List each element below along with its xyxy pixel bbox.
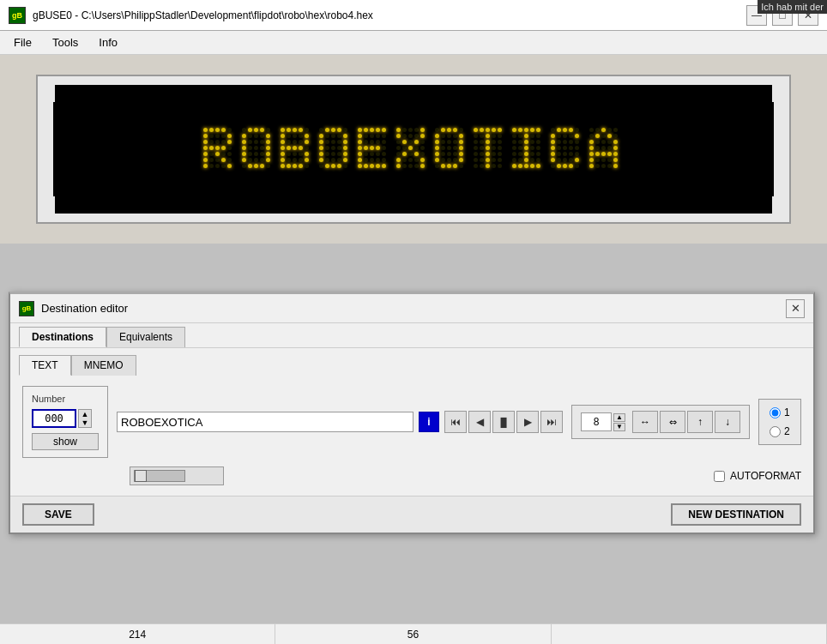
editor-second-row: AUTOFORMAT (22, 466, 801, 485)
text-input-area: i ⏮ ◀ ▐▌ ▶ ⏭ (117, 411, 563, 433)
number-group: Number ▲ ▼ show (22, 386, 108, 458)
save-button[interactable]: SAVE (22, 503, 94, 526)
right-panel: ▲ ▼ ↔ ⇔ ↑ ↓ (571, 405, 750, 439)
dest-editor-title-bar: gB Destination editor ✕ (10, 294, 813, 323)
inner-tabs: TEXT MNEMO (10, 348, 813, 376)
spin-down-button[interactable]: ▼ (613, 423, 625, 431)
radio-item-1: 1 (770, 406, 790, 418)
arrow-buttons: ↔ ⇔ ↑ ↓ (632, 411, 740, 433)
dest-editor-title: Destination editor (41, 302, 128, 315)
action-row: SAVE NEW DESTINATION (10, 496, 813, 533)
number-spinner: ▲ ▼ (32, 409, 92, 428)
led-display (55, 85, 772, 214)
nav-last-button[interactable]: ⏭ (540, 411, 563, 433)
title-bar: gB gBUSE0 - C:\Users\PhilippStadler\Deve… (0, 0, 827, 31)
tab-destinations[interactable]: Destinations (19, 327, 106, 347)
led-canvas (53, 102, 774, 196)
arrow-left-expand-button[interactable]: ↔ (632, 411, 658, 433)
editor-main-row: Number ▲ ▼ show i ⏮ ◀ ▐▌ (22, 386, 801, 458)
status-segment-1: 214 (0, 624, 275, 644)
spin-up-button[interactable]: ▲ (613, 413, 625, 422)
radio-1-label: 1 (784, 406, 790, 418)
tab-equivalents[interactable]: Equivalents (106, 327, 185, 347)
autoformat-label: AUTOFORMAT (730, 470, 801, 482)
slider-container (130, 466, 224, 485)
arrow-down-button[interactable]: ↓ (715, 411, 740, 433)
radio-panel: 1 2 (758, 399, 801, 445)
arrow-right-compress-button[interactable]: ⇔ (660, 411, 685, 433)
info-button[interactable]: i (419, 412, 439, 432)
right-number-input[interactable] (581, 412, 612, 431)
radio-2[interactable] (770, 426, 781, 437)
dest-editor-tabs: Destinations Equivalents (10, 323, 813, 348)
menu-bar: File Tools Info (0, 31, 827, 55)
radio-1[interactable] (770, 407, 781, 418)
nav-pause-button[interactable]: ▐▌ (492, 411, 515, 433)
led-display-area (0, 55, 827, 244)
show-button[interactable]: show (32, 433, 99, 450)
window-title: gBUSE0 - C:\Users\PhilippStadler\Develop… (33, 9, 373, 21)
number-group-label: Number (32, 394, 65, 404)
status-segment-3 (552, 624, 827, 644)
dest-editor-close-button[interactable]: ✕ (786, 299, 805, 318)
app-icon: gB (9, 7, 26, 24)
status-bar: 214 56 (0, 623, 827, 644)
nav-buttons: ⏮ ◀ ▐▌ ▶ ⏭ (444, 411, 563, 433)
menu-tools[interactable]: Tools (42, 33, 88, 52)
number-spinner-buttons[interactable]: ▲ ▼ (78, 409, 92, 428)
dest-editor-icon: gB (19, 301, 34, 316)
status-segment-2: 56 (275, 624, 551, 644)
autoformat-checkbox[interactable] (714, 471, 725, 482)
inner-tab-mnemo[interactable]: MNEMO (71, 355, 136, 376)
led-display-wrapper (36, 75, 791, 224)
autoformat-row: AUTOFORMAT (714, 470, 801, 482)
slider[interactable] (134, 470, 185, 482)
nav-next-button[interactable]: ▶ (516, 411, 539, 433)
radio-item-2: 2 (770, 425, 790, 437)
menu-info[interactable]: Info (88, 33, 128, 52)
top-right-overlay: Ich hab mit der (758, 0, 827, 14)
nav-first-button[interactable]: ⏮ (444, 411, 467, 433)
slider-thumb (135, 470, 147, 482)
right-spinner-buttons: ▲ ▼ (613, 413, 625, 431)
menu-file[interactable]: File (3, 33, 42, 52)
new-destination-button[interactable]: NEW DESTINATION (671, 503, 801, 526)
arrow-up-button[interactable]: ↑ (687, 411, 713, 433)
radio-2-label: 2 (784, 425, 790, 437)
number-input[interactable] (32, 409, 76, 428)
right-number-spinner: ▲ ▼ (581, 412, 625, 431)
destination-editor: gB Destination editor ✕ Destinations Equ… (9, 292, 815, 534)
editor-body: Number ▲ ▼ show i ⏮ ◀ ▐▌ (10, 376, 813, 496)
destination-text-input[interactable] (117, 412, 414, 432)
inner-tab-text[interactable]: TEXT (19, 355, 71, 376)
nav-prev-button[interactable]: ◀ (468, 411, 491, 433)
